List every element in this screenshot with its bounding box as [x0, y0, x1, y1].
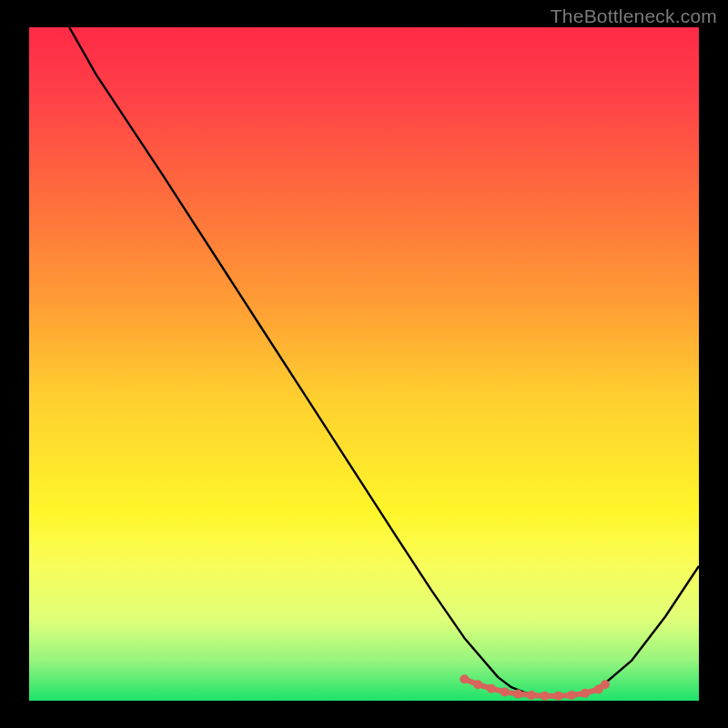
chart-svg [29, 27, 699, 701]
highlight-dot [460, 674, 469, 683]
highlight-dot [601, 680, 610, 689]
highlight-dot [513, 690, 522, 699]
plot-area [29, 27, 699, 701]
highlight-dot [527, 691, 536, 700]
watermark-text: TheBottleneck.com [551, 5, 717, 27]
highlight-dot [473, 680, 482, 689]
highlight-dot [541, 692, 550, 701]
highlight-dot [581, 689, 590, 698]
highlight-dot [487, 684, 496, 693]
highlight-segment [460, 674, 610, 701]
chart-frame: TheBottleneck.com [0, 0, 728, 728]
highlight-dot [567, 691, 576, 700]
highlight-dot [553, 692, 562, 701]
highlight-dot [500, 687, 510, 696]
curve-line [69, 27, 699, 697]
curve-path [69, 27, 699, 697]
